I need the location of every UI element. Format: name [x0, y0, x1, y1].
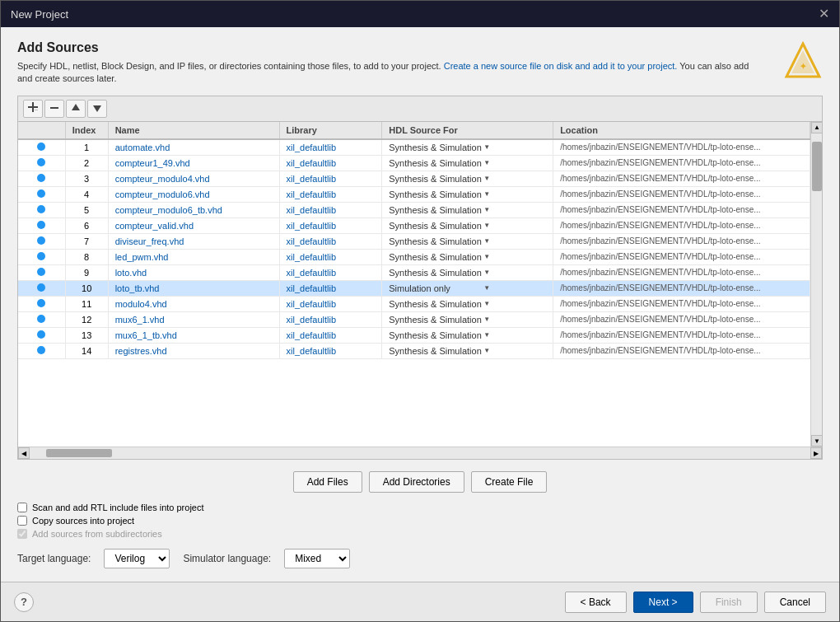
hdl-source-select[interactable]: Synthesis & SimulationSynthesis onlySimu… [389, 283, 482, 293]
row-hdl-cell[interactable]: Synthesis & SimulationSynthesis onlySimu… [382, 186, 553, 202]
status-dot [37, 346, 45, 354]
table-row[interactable]: 8led_pwm.vhdxil_defaultlibSynthesis & Si… [18, 249, 810, 264]
scan-checkbox[interactable] [17, 503, 27, 512]
hdl-source-select[interactable]: Synthesis & SimulationSynthesis onlySimu… [389, 205, 482, 215]
new-project-dialog: New Project ✕ Add Sources Specify HDL, n… [0, 0, 840, 622]
table-row[interactable]: 3compteur_modulo4.vhdxil_defaultlibSynth… [18, 171, 810, 186]
down-arrow-icon [92, 102, 102, 115]
scroll-thumb-horizontal[interactable] [46, 449, 112, 457]
row-hdl-cell[interactable]: Synthesis & SimulationSynthesis onlySimu… [382, 233, 553, 249]
table-row[interactable]: 5compteur_modulo6_tb.vhdxil_defaultlibSy… [18, 202, 810, 217]
add-files-button[interactable]: Add Files [293, 471, 362, 493]
simulator-language-select[interactable]: Mixed Verilog VHDL [284, 549, 350, 568]
row-hdl-cell[interactable]: Synthesis & SimulationSynthesis onlySimu… [382, 171, 553, 186]
row-location: /homes/jnbazin/ENSEIGNEMENT/VHDL/tp-loto… [553, 139, 810, 156]
move-up-button[interactable] [66, 100, 86, 118]
row-name: automate.vhd [108, 139, 279, 156]
help-button[interactable]: ? [14, 592, 34, 612]
table-row[interactable]: 7diviseur_freq.vhdxil_defaultlibSynthesi… [18, 233, 810, 249]
remove-source-button[interactable] [44, 100, 64, 118]
row-hdl-cell[interactable]: Synthesis & SimulationSynthesis onlySimu… [382, 249, 553, 264]
row-hdl-cell[interactable]: Synthesis & SimulationSynthesis onlySimu… [382, 280, 553, 296]
dialog-title: New Project [11, 8, 68, 21]
status-dot [37, 268, 45, 276]
dropdown-arrow-icon: ▼ [483, 316, 490, 323]
scan-label[interactable]: Scan and add RTL include files into proj… [32, 503, 204, 512]
hdl-source-select[interactable]: Synthesis & SimulationSynthesis onlySimu… [389, 346, 482, 356]
create-file-button[interactable]: Create File [471, 471, 548, 493]
table-row[interactable]: 9loto.vhdxil_defaultlibSynthesis & Simul… [18, 264, 810, 280]
next-button[interactable]: Next > [633, 592, 693, 613]
row-library: xil_defaultlib [279, 280, 382, 296]
vertical-scrollbar[interactable]: ▲ ▼ [810, 122, 822, 447]
col-index: Index [65, 122, 108, 139]
row-name: loto_tb.vhd [108, 280, 279, 296]
row-name: loto.vhd [108, 264, 279, 280]
row-name: registres.vhd [108, 343, 279, 358]
table-row[interactable]: 6compteur_valid.vhdxil_defaultlibSynthes… [18, 217, 810, 233]
scroll-track-vertical [811, 133, 822, 435]
hdl-source-select[interactable]: Synthesis & SimulationSynthesis onlySimu… [389, 299, 482, 309]
row-hdl-cell[interactable]: Synthesis & SimulationSynthesis onlySimu… [382, 217, 553, 233]
target-language-select[interactable]: Verilog VHDL [104, 549, 170, 568]
hdl-source-select[interactable]: Synthesis & SimulationSynthesis onlySimu… [389, 315, 482, 325]
table-row[interactable]: 13mux6_1_tb.vhdxil_defaultlibSynthesis &… [18, 327, 810, 343]
table-row[interactable]: 11modulo4.vhdxil_defaultlibSynthesis & S… [18, 296, 810, 311]
table-row[interactable]: 1automate.vhdxil_defaultlibSynthesis & S… [18, 139, 810, 156]
hdl-source-select[interactable]: Synthesis & SimulationSynthesis onlySimu… [389, 158, 482, 168]
back-button[interactable]: < Back [565, 592, 627, 613]
table-row[interactable]: 14registres.vhdxil_defaultlibSynthesis &… [18, 343, 810, 358]
sources-table: Index Name Library HDL Source For Locati… [18, 122, 810, 359]
scroll-left-button[interactable]: ◀ [18, 447, 30, 459]
row-hdl-cell[interactable]: Synthesis & SimulationSynthesis onlySimu… [382, 264, 553, 280]
row-hdl-cell[interactable]: Synthesis & SimulationSynthesis onlySimu… [382, 155, 553, 171]
svg-rect-5 [35, 110, 38, 110]
row-location: /homes/jnbazin/ENSEIGNEMENT/VHDL/tp-loto… [553, 202, 810, 217]
table-row[interactable]: 2compteur1_49.vhdxil_defaultlibSynthesis… [18, 155, 810, 171]
header-desc-link[interactable]: Create a new source file on disk and add… [444, 61, 678, 71]
scroll-thumb-vertical[interactable] [812, 142, 822, 191]
hdl-source-select[interactable]: Synthesis & SimulationSynthesis onlySimu… [389, 252, 482, 262]
row-library: xil_defaultlib [279, 311, 382, 327]
row-location: /homes/jnbazin/ENSEIGNEMENT/VHDL/tp-loto… [553, 155, 810, 171]
options-section: Scan and add RTL include files into proj… [17, 503, 823, 542]
move-down-button[interactable] [87, 100, 107, 118]
table-scroll-area: Index Name Library HDL Source For Locati… [18, 122, 822, 447]
row-hdl-cell[interactable]: Synthesis & SimulationSynthesis onlySimu… [382, 202, 553, 217]
hdl-source-select[interactable]: Synthesis & SimulationSynthesis onlySimu… [389, 174, 482, 184]
row-dot-cell [18, 202, 65, 217]
row-hdl-cell[interactable]: Synthesis & SimulationSynthesis onlySimu… [382, 311, 553, 327]
dropdown-arrow-icon: ▼ [483, 331, 490, 339]
add-directories-button[interactable]: Add Directories [369, 471, 464, 493]
hdl-source-select[interactable]: Synthesis & SimulationSynthesis onlySimu… [389, 189, 482, 199]
cancel-button[interactable]: Cancel [764, 592, 826, 613]
add-icon [27, 101, 39, 115]
copy-checkbox-row: Copy sources into project [17, 516, 823, 526]
table-row[interactable]: 10loto_tb.vhdxil_defaultlibSynthesis & S… [18, 280, 810, 296]
status-dot [37, 252, 45, 260]
table-row[interactable]: 4compteur_modulo6.vhdxil_defaultlibSynth… [18, 186, 810, 202]
table-row[interactable]: 12mux6_1.vhdxil_defaultlibSynthesis & Si… [18, 311, 810, 327]
scroll-down-button[interactable]: ▼ [811, 435, 822, 447]
hdl-source-select[interactable]: Synthesis & SimulationSynthesis onlySimu… [389, 330, 482, 340]
col-location: Location [553, 122, 810, 139]
hdl-source-select[interactable]: Synthesis & SimulationSynthesis onlySimu… [389, 143, 482, 152]
copy-label[interactable]: Copy sources into project [32, 516, 134, 526]
hdl-source-select[interactable]: Synthesis & SimulationSynthesis onlySimu… [389, 236, 482, 246]
row-hdl-cell[interactable]: Synthesis & SimulationSynthesis onlySimu… [382, 343, 553, 358]
row-hdl-cell[interactable]: Synthesis & SimulationSynthesis onlySimu… [382, 139, 553, 156]
row-dot-cell [18, 296, 65, 311]
scroll-right-button[interactable]: ▶ [810, 447, 822, 459]
scroll-up-button[interactable]: ▲ [811, 122, 822, 133]
row-hdl-cell[interactable]: Synthesis & SimulationSynthesis onlySimu… [382, 327, 553, 343]
copy-checkbox[interactable] [17, 516, 27, 526]
target-language-label: Target language: [17, 553, 91, 564]
hdl-source-select[interactable]: Synthesis & SimulationSynthesis onlySimu… [389, 221, 482, 231]
inner-table-scroll[interactable]: Index Name Library HDL Source For Locati… [18, 122, 810, 447]
footer-left: ? [14, 592, 34, 612]
close-button[interactable]: ✕ [819, 7, 829, 21]
hdl-source-select[interactable]: Synthesis & SimulationSynthesis onlySimu… [389, 268, 482, 278]
dropdown-arrow-icon: ▼ [483, 347, 490, 354]
row-hdl-cell[interactable]: Synthesis & SimulationSynthesis onlySimu… [382, 296, 553, 311]
add-source-button[interactable] [23, 100, 43, 118]
